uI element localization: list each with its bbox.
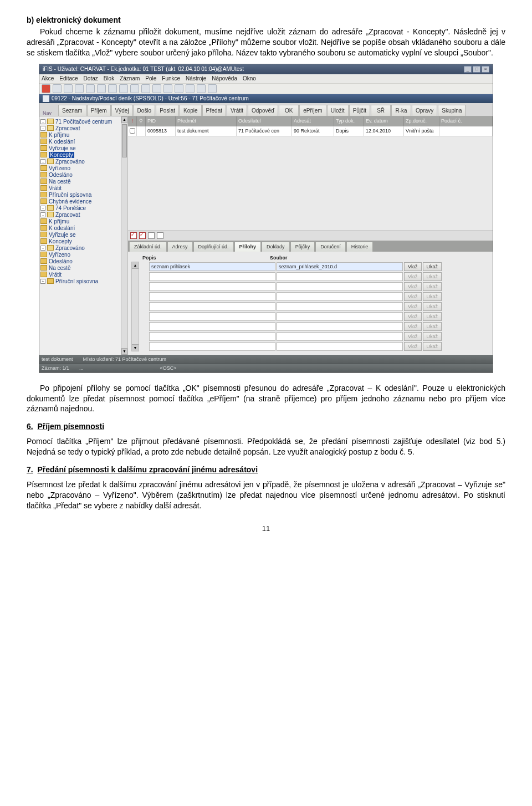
- tree-node[interactable]: Vyřízeno: [40, 252, 126, 258]
- scroll-down-icon[interactable]: ▼: [121, 348, 127, 355]
- menu-okno[interactable]: Okno: [243, 75, 256, 81]
- soubor-input[interactable]: [277, 292, 403, 301]
- tab-prijem[interactable]: Příjem: [87, 105, 111, 116]
- toolbar-icon[interactable]: [86, 84, 95, 93]
- col-zpdoruc[interactable]: Zp.doruč.: [404, 116, 439, 126]
- scroll-up-icon[interactable]: ▲: [132, 262, 139, 269]
- tree-node[interactable]: Příruční spisovna: [40, 192, 126, 198]
- soubor-input[interactable]: [277, 272, 403, 281]
- tree-node[interactable]: -Zpracováno: [40, 159, 126, 165]
- select-all-checkbox[interactable]: [130, 232, 137, 239]
- tree-label[interactable]: K odeslání: [49, 139, 75, 145]
- tree-node[interactable]: Vrátit: [40, 272, 126, 278]
- toolbar-icon[interactable]: [64, 84, 73, 93]
- exit-icon[interactable]: [42, 84, 50, 93]
- popis-input[interactable]: seznam prihlasek: [149, 262, 275, 271]
- detail-tab[interactable]: Základní úd.: [129, 242, 167, 252]
- ukaz-button[interactable]: Ukaž: [423, 262, 442, 271]
- toolbar-icon[interactable]: [208, 84, 217, 93]
- tab-opravy[interactable]: Opravy: [412, 105, 437, 116]
- toolbar-icon[interactable]: [186, 84, 195, 93]
- tree-node[interactable]: K příjmu: [40, 218, 126, 225]
- titlebar[interactable]: iFIS - Uživatel: CHARVAT - Ek.jednotka: …: [39, 64, 493, 74]
- popis-input[interactable]: [149, 332, 275, 341]
- tab-kopie[interactable]: Kopie: [180, 105, 202, 116]
- tree-node[interactable]: Chybná evidence: [40, 198, 126, 205]
- row-checkbox[interactable]: [128, 126, 137, 136]
- cell-podaci[interactable]: [439, 126, 493, 136]
- ukaz-button[interactable]: Ukaž: [423, 332, 442, 341]
- toolbar-icon[interactable]: [119, 84, 128, 93]
- tab-rka[interactable]: R-ka: [391, 105, 411, 116]
- tree-label[interactable]: Odesláno: [49, 172, 73, 178]
- detail-tab[interactable]: Přílohy: [234, 242, 262, 252]
- tree-node[interactable]: Koncepty: [40, 238, 126, 245]
- toolbar-icon[interactable]: [197, 84, 206, 93]
- tab-odpoved[interactable]: Odpověď: [248, 105, 278, 116]
- tree-label[interactable]: Vyřizuje se: [49, 232, 76, 238]
- vloz-button[interactable]: Vlož: [404, 342, 422, 351]
- expand-icon[interactable]: -: [40, 206, 45, 211]
- soubor-input[interactable]: seznam_prihlasek_2010.d: [277, 262, 403, 271]
- expand-icon[interactable]: -: [40, 126, 45, 131]
- toolbar-icon[interactable]: [152, 84, 161, 93]
- tree-label[interactable]: K příjmu: [49, 218, 69, 225]
- col-alert[interactable]: !: [128, 116, 137, 126]
- tree-label[interactable]: Koncepty: [49, 152, 74, 158]
- maximize-button[interactable]: □: [473, 66, 480, 73]
- expand-icon[interactable]: -: [40, 246, 45, 251]
- col-podaci[interactable]: Podací č.: [439, 116, 493, 126]
- tree-label[interactable]: Vrátit: [49, 272, 62, 278]
- col-typdok[interactable]: Typ dok.: [334, 116, 364, 126]
- toolbar-icon[interactable]: [163, 84, 172, 93]
- soubor-input[interactable]: [277, 342, 403, 351]
- popis-input[interactable]: [149, 342, 275, 351]
- tree-label[interactable]: Chybná evidence: [49, 198, 91, 205]
- cell-typdok[interactable]: Dopis: [334, 126, 364, 136]
- tree-label[interactable]: 71 Počítačové centrum: [55, 119, 112, 125]
- col-evdatum[interactable]: Ev. datum: [364, 116, 404, 126]
- vloz-button[interactable]: Vlož: [404, 322, 422, 331]
- tree-label[interactable]: K odeslání: [49, 225, 75, 231]
- ukaz-button[interactable]: Ukaž: [423, 312, 442, 321]
- tree-node[interactable]: K odeslání: [40, 225, 126, 232]
- toolbar-icon[interactable]: [130, 84, 139, 93]
- menu-pole[interactable]: Pole: [145, 75, 156, 81]
- tree-node[interactable]: Odesláno: [40, 172, 126, 178]
- ukaz-button[interactable]: Ukaž: [423, 272, 442, 281]
- tree-label[interactable]: Příruční spisovna: [55, 278, 98, 284]
- tree-label[interactable]: Vyřízeno: [49, 165, 70, 171]
- tree-node[interactable]: Vyřizuje se: [40, 145, 126, 152]
- tree-node[interactable]: K odeslání: [40, 139, 126, 145]
- tree-label[interactable]: K příjmu: [49, 132, 69, 138]
- scroll-up-icon[interactable]: ▲: [121, 116, 127, 123]
- attach-scrollbar[interactable]: ▲ ▼: [131, 262, 139, 351]
- menubar[interactable]: Akce Editace Dotaz Blok Záznam Pole Funk…: [39, 74, 493, 83]
- tree-label[interactable]: Na cestě: [49, 265, 70, 271]
- tree-label[interactable]: Příruční spisovna: [49, 192, 91, 198]
- soubor-input[interactable]: [277, 312, 403, 321]
- tree-label[interactable]: 74 Poněšice: [55, 205, 86, 211]
- cell-evdatum[interactable]: 12.04.2010: [364, 126, 404, 136]
- vloz-button[interactable]: Vlož: [404, 312, 422, 321]
- scroll-down-icon[interactable]: ▼: [132, 344, 139, 351]
- tree-node[interactable]: K příjmu: [40, 132, 126, 139]
- tree-node[interactable]: Koncepty: [40, 152, 126, 159]
- detail-tab[interactable]: Adresy: [167, 242, 193, 252]
- detail-tab[interactable]: Doručení: [315, 242, 346, 252]
- folder-tree[interactable]: -71 Počítačové centrum-ZpracovatK příjmu…: [39, 116, 128, 355]
- tree-node[interactable]: -Zpracovat: [40, 212, 126, 218]
- toolbar-icon[interactable]: [53, 84, 62, 93]
- tree-node[interactable]: Vrátit: [40, 185, 126, 192]
- toolbar-icon[interactable]: [108, 84, 117, 93]
- tab-seznam[interactable]: Seznam: [58, 105, 86, 116]
- tree-label[interactable]: Zpracovat: [55, 212, 80, 218]
- toolbar-icon[interactable]: [97, 84, 106, 93]
- detail-tab[interactable]: Historie: [346, 242, 374, 252]
- expand-icon[interactable]: -: [40, 119, 45, 124]
- vloz-button[interactable]: Vlož: [404, 292, 422, 301]
- tree-node[interactable]: -Zpracováno: [40, 245, 126, 252]
- cell-predmet[interactable]: test dokument: [176, 126, 237, 136]
- vloz-button[interactable]: Vlož: [404, 302, 422, 311]
- ukaz-button[interactable]: Ukaž: [423, 342, 442, 351]
